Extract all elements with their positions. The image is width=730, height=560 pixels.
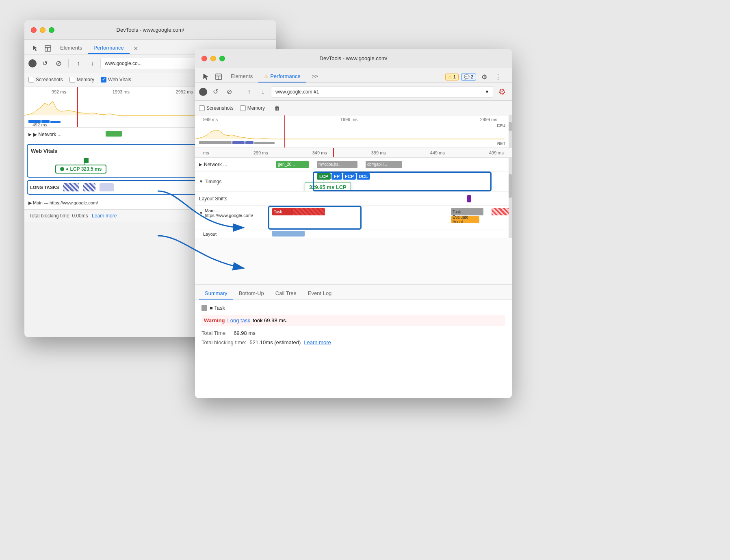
webvitals-check-bg[interactable]: ✓ bbox=[101, 77, 106, 82]
tab-performance-front[interactable]: ⚠ Performance bbox=[258, 71, 306, 82]
event-log-tab[interactable]: Event Log bbox=[302, 288, 338, 300]
layout-shifts-content bbox=[268, 192, 512, 205]
devtools-window-front: DevTools - www.google.com/ Elements ⚠ Pe… bbox=[195, 49, 512, 398]
screenshots-checkbox-front[interactable]: Screenshots bbox=[199, 105, 234, 111]
main-text-front: Main — https://www.google.com/ bbox=[205, 208, 268, 218]
screenshots-check-bg[interactable] bbox=[28, 77, 34, 82]
minimize-button-bg[interactable] bbox=[40, 27, 45, 33]
layout-icon-front[interactable] bbox=[212, 71, 225, 82]
upload-btn-bg[interactable]: ↑ bbox=[73, 58, 84, 69]
long-task-link[interactable]: Long task bbox=[227, 317, 250, 323]
warning-row: Warning Long task took 69.98 ms. bbox=[201, 315, 505, 326]
window-title-front: DevTools - www.google.com/ bbox=[320, 55, 388, 61]
tab-elements-front[interactable]: Elements bbox=[225, 71, 258, 82]
lcp-vline bbox=[323, 171, 323, 191]
cursor-icon-bg[interactable] bbox=[28, 43, 41, 54]
main-track-front: ▼ Main — https://www.google.com/ Task Ta… bbox=[195, 206, 512, 230]
download-btn-front[interactable]: ↓ bbox=[257, 86, 269, 98]
address-bar-front[interactable]: www.google.com #1 ▼ bbox=[271, 86, 494, 98]
memory-checkbox-bg[interactable]: Memory bbox=[69, 77, 94, 82]
vscroll-overview[interactable] bbox=[509, 115, 512, 148]
tab-more-front[interactable]: >> bbox=[306, 71, 324, 82]
vscroll-tracks[interactable] bbox=[509, 158, 512, 238]
cpu-graph-front bbox=[195, 123, 512, 143]
dcl-marker-front: DCL bbox=[357, 173, 370, 180]
reload-btn-front[interactable]: ↺ bbox=[210, 86, 221, 98]
minimize-button-front[interactable] bbox=[210, 56, 216, 61]
layout-shifts-text: Layout Shifts bbox=[199, 196, 227, 202]
traffic-lights-front[interactable] bbox=[201, 56, 225, 61]
fcp-marker-front: FCP bbox=[343, 173, 356, 180]
record-btn-front[interactable] bbox=[199, 88, 207, 96]
memory-check-front[interactable] bbox=[240, 105, 246, 111]
call-tree-tab[interactable]: Call Tree bbox=[270, 288, 302, 300]
blocking-time-row: Total blocking time: 521.10ms (estimated… bbox=[201, 339, 505, 345]
net-label-front: NET bbox=[497, 141, 505, 146]
long-tasks-label-bg: LONG TASKS bbox=[30, 185, 59, 190]
trash-btn-front[interactable]: 🗑 bbox=[271, 102, 283, 114]
comment-badge-front[interactable]: 💬 2 bbox=[461, 74, 476, 80]
upload-btn-front[interactable]: ↑ bbox=[243, 86, 255, 98]
lcp-tooltip-front: 329.65 ms LCP bbox=[305, 182, 351, 191]
bottom-tabs-front: Summary Bottom-Up Call Tree Event Log bbox=[195, 285, 512, 300]
bottom-up-tab[interactable]: Bottom-Up bbox=[233, 288, 270, 300]
learn-more-link-bg[interactable]: Learn more bbox=[92, 213, 117, 219]
vscroll-thumb-tracks[interactable] bbox=[509, 174, 512, 198]
svg-rect-0 bbox=[45, 46, 51, 51]
layout-icon-bg[interactable] bbox=[41, 43, 54, 54]
tab-performance-container: ⚠ Performance bbox=[258, 71, 306, 82]
bottom-content-front: ■ Task Warning Long task took 69.98 ms. … bbox=[195, 300, 512, 350]
memory-checkbox-front[interactable]: Memory bbox=[240, 105, 265, 111]
cursor-icon-front[interactable] bbox=[199, 71, 212, 82]
network-bar-2: m=cdos,hs... bbox=[317, 161, 357, 168]
settings-btn-front[interactable]: ⚙ bbox=[479, 71, 490, 82]
summary-tab[interactable]: Summary bbox=[199, 288, 233, 300]
clear-btn-front[interactable]: ⊘ bbox=[223, 86, 235, 98]
task-icon bbox=[201, 305, 207, 311]
clear-btn-bg[interactable]: ⊘ bbox=[53, 58, 64, 69]
task-bar-2[interactable]: Task bbox=[451, 208, 483, 215]
warning-settings-front[interactable]: ⚙ bbox=[496, 86, 508, 98]
tab-elements-bg[interactable]: Elements bbox=[54, 42, 88, 54]
time-marker-line-2 bbox=[382, 148, 382, 157]
more-btn-front[interactable]: ⋮ bbox=[492, 71, 504, 82]
layout-content-front bbox=[268, 230, 512, 238]
zoom-button-front[interactable] bbox=[219, 56, 225, 61]
main-label-front: ▼ Main — https://www.google.com/ bbox=[195, 206, 268, 218]
network-track-front: ▶ Network ... gen_20... m=cdos,hs... cb=… bbox=[195, 158, 512, 171]
warning-badge-front[interactable]: ⚠ 1 bbox=[445, 74, 459, 80]
fp-marker-front: FP bbox=[331, 173, 342, 180]
memory-check-bg[interactable] bbox=[69, 77, 75, 82]
network-text-bg: ▶ Network ... bbox=[33, 132, 62, 137]
task-bar-1[interactable]: Task bbox=[272, 208, 325, 215]
tracks-area-front: ▶ Network ... gen_20... m=cdos,hs... cb=… bbox=[195, 158, 512, 238]
window-title-bg: DevTools - www.google.com/ bbox=[117, 27, 184, 33]
toolbar-front: ↺ ⊘ ↑ ↓ www.google.com #1 ▼ ⚙ bbox=[195, 83, 512, 101]
screenshots-checkbox-bg[interactable]: Screenshots bbox=[28, 77, 63, 82]
lcp-marker-front: LCP bbox=[317, 173, 331, 180]
traffic-lights-bg[interactable] bbox=[31, 27, 54, 33]
layout-shifts-track: Layout Shifts bbox=[195, 192, 512, 206]
tabs-right-front: ⚠ 1 💬 2 ⚙ ⋮ bbox=[445, 71, 508, 82]
toolbar-sep-front bbox=[239, 88, 239, 96]
warning-label: Warning bbox=[204, 317, 225, 323]
vscroll-thumb-overview[interactable] bbox=[509, 122, 512, 132]
download-btn-bg[interactable]: ↓ bbox=[87, 58, 98, 69]
time-ruler-cursor bbox=[333, 148, 334, 157]
reload-btn-bg[interactable]: ↺ bbox=[39, 58, 50, 69]
titlebar-front: DevTools - www.google.com/ bbox=[195, 49, 512, 68]
record-btn-bg[interactable] bbox=[28, 59, 37, 67]
webvitals-checkbox-bg[interactable]: ✓ Web Vitals bbox=[101, 77, 131, 82]
learn-more-link-front[interactable]: Learn more bbox=[304, 339, 331, 345]
evaluate-script-bar[interactable]: Evaluate Script bbox=[451, 216, 479, 223]
long-task-2-bg bbox=[83, 183, 95, 191]
screenshots-check-front[interactable] bbox=[199, 105, 205, 111]
close-button-front[interactable] bbox=[201, 56, 207, 61]
close-button-bg[interactable] bbox=[31, 27, 37, 33]
total-time-row: Total Time 69.98 ms bbox=[201, 330, 505, 336]
long-task-3-bg bbox=[100, 183, 114, 191]
timings-text-front: Timings bbox=[205, 179, 222, 184]
tab-close-bg[interactable]: ✕ bbox=[130, 43, 142, 54]
tab-performance-bg[interactable]: Performance bbox=[88, 42, 129, 54]
zoom-button-bg[interactable] bbox=[49, 27, 54, 33]
